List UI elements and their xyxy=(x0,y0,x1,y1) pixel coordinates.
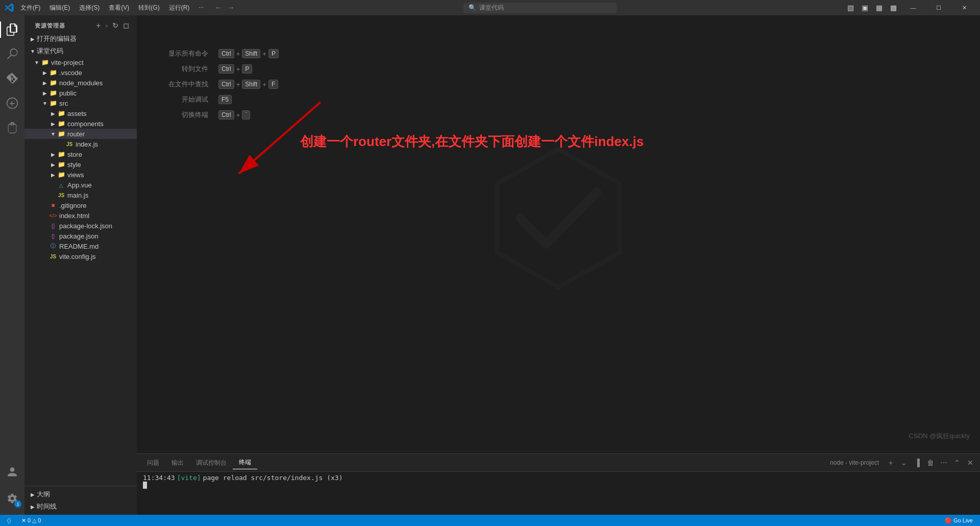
menu-more[interactable]: ··· xyxy=(194,3,208,13)
tree-item-node-modules[interactable]: ▶ 📁 node_modules xyxy=(24,78,137,88)
layout-btn1[interactable]: ▧ xyxy=(844,3,856,13)
menu-select[interactable]: 选择(S) xyxy=(75,3,104,13)
refresh-icon[interactable]: ↻ xyxy=(111,20,120,31)
menu-edit[interactable]: 编辑(E) xyxy=(45,3,74,13)
statusbar-remote[interactable]: 〈〉 xyxy=(4,517,14,524)
tree-item-index-html[interactable]: </> index.html xyxy=(24,210,137,221)
tree-item-assets[interactable]: ▶ 📁 assets xyxy=(24,108,137,118)
nav-forward[interactable]: → xyxy=(225,2,236,13)
tree-item-store[interactable]: ▶ 📁 store xyxy=(24,149,137,159)
terminal-title: node - vite-project xyxy=(826,459,883,466)
terminal-more-btn[interactable]: ⋯ xyxy=(938,457,949,468)
terminal-content[interactable]: 11:34:43 [vite] page reload src/store/in… xyxy=(137,472,980,515)
close-button[interactable]: ✕ xyxy=(952,0,976,15)
tree-item-style[interactable]: ▶ 📁 style xyxy=(24,159,137,170)
activity-bar: 1 xyxy=(0,15,24,515)
sidebar-content: ▶ 打开的编辑器 ▼ 课堂代码 ▼ 📁 vite-project ▶ 📁 .vs… xyxy=(24,33,137,486)
layout-btn3[interactable]: ▦ xyxy=(873,3,885,13)
tree-item-views[interactable]: ▶ 📁 views xyxy=(24,170,137,180)
watermark: CSDN @疯狂quickly xyxy=(909,432,970,441)
key-backtick-4: ` xyxy=(242,110,250,119)
vite-config-label: vite.config.js xyxy=(59,253,96,260)
components-label: components xyxy=(67,120,104,128)
tree-item-vite-project[interactable]: ▼ 📁 vite-project xyxy=(24,57,137,67)
layout-btn4[interactable]: ▩ xyxy=(887,3,899,13)
tree-item-vscode[interactable]: ▶ 📁 .vscode xyxy=(24,67,137,78)
vscode-label: .vscode xyxy=(59,69,82,77)
error-icon: ✕ xyxy=(21,517,26,524)
activity-bottom: 1 xyxy=(0,460,24,515)
shortcut-keys-0: Ctrl + Shift + P xyxy=(218,49,279,58)
warning-icon: △ xyxy=(32,517,36,524)
warning-count: 0 xyxy=(38,517,41,523)
shortcut-keys-4: Ctrl + ` xyxy=(218,110,250,119)
tree-item-main-js[interactable]: JS main.js xyxy=(24,190,137,200)
search-bar[interactable]: 🔍 课堂代码 xyxy=(463,3,617,13)
workspace-header[interactable]: ▼ 课堂代码 xyxy=(24,45,137,57)
vite-project-icon: 📁 xyxy=(41,58,49,66)
terminal-tabs: 问题 输出 调试控制台 终端 node - vite-project + ⌄ ▐… xyxy=(137,454,980,472)
menu-view[interactable]: 查看(V) xyxy=(105,3,133,13)
statusbar-live[interactable]: 🔴 Go Live xyxy=(942,517,976,524)
shortcut-keys-1: Ctrl + P xyxy=(218,64,252,74)
sidebar-header-icons: + ▫ ↻ ◻ xyxy=(95,20,131,31)
shortcut-row-2: 在文件中查找 Ctrl + Shift + F xyxy=(137,77,980,92)
timeline-header[interactable]: ▶ 时间线 xyxy=(24,500,137,513)
tree-item-gitignore[interactable]: ✖ .gitignore xyxy=(24,200,137,210)
statusbar-errors[interactable]: ✕ 0 △ 0 xyxy=(18,517,44,524)
activity-git[interactable] xyxy=(0,66,24,91)
package-json-label: package.json xyxy=(59,232,99,240)
tab-output[interactable]: 输出 xyxy=(165,457,190,469)
terminal-expand-btn[interactable]: ⌃ xyxy=(951,457,963,468)
tree-item-src[interactable]: ▼ 📁 src xyxy=(24,98,137,108)
menu-goto[interactable]: 转到(G) xyxy=(134,3,163,13)
terminal-add-btn[interactable]: + xyxy=(885,457,896,468)
tab-terminal[interactable]: 终端 xyxy=(233,456,257,469)
maximize-button[interactable]: ☐ xyxy=(927,0,950,15)
open-editors-header[interactable]: ▶ 打开的编辑器 xyxy=(24,33,137,45)
tree-item-components[interactable]: ▶ 📁 components xyxy=(24,118,137,129)
terminal-chevron-btn[interactable]: ⌄ xyxy=(898,457,910,468)
menu-run[interactable]: 运行(R) xyxy=(165,3,194,13)
tree-item-readme[interactable]: ⓘ README.md xyxy=(24,241,137,251)
terminal-close-btn[interactable]: ✕ xyxy=(965,457,976,468)
shortcut-row-1: 转到文件 Ctrl + P xyxy=(137,61,980,77)
terminal-actions: node - vite-project + ⌄ ▐ 🗑 ⋯ ⌃ ✕ xyxy=(826,457,976,468)
menu-file[interactable]: 文件(F) xyxy=(16,3,44,13)
minimize-button[interactable]: — xyxy=(901,0,925,15)
error-count: 0 xyxy=(28,517,31,523)
terminal-trash-btn[interactable]: 🗑 xyxy=(925,457,936,468)
tree-item-app-vue[interactable]: △ App.vue xyxy=(24,180,137,190)
new-folder-icon[interactable]: ▫ xyxy=(104,20,109,31)
activity-explorer[interactable] xyxy=(0,17,24,42)
src-chevron: ▼ xyxy=(41,99,49,107)
new-file-icon[interactable]: + xyxy=(95,20,102,31)
tree-item-package-json[interactable]: {} package.json xyxy=(24,231,137,241)
readme-icon: ⓘ xyxy=(49,242,57,250)
outline-header[interactable]: ▶ 大纲 xyxy=(24,488,137,500)
collapse-icon[interactable]: ◻ xyxy=(122,20,131,31)
views-label: views xyxy=(67,171,84,179)
activity-debug[interactable] xyxy=(0,91,24,115)
activity-extensions[interactable] xyxy=(0,115,24,140)
activity-account[interactable] xyxy=(0,460,24,484)
node-modules-label: node_modules xyxy=(59,79,103,87)
tree-item-router[interactable]: ▼ 📁 router xyxy=(24,129,137,139)
shortcut-row-4: 切换终端 Ctrl + ` xyxy=(137,107,980,123)
nav-back[interactable]: ← xyxy=(213,2,224,13)
activity-search[interactable] xyxy=(0,42,24,66)
tree-item-vite-config[interactable]: JS vite.config.js xyxy=(24,251,137,261)
tree-item-router-index[interactable]: JS index.js xyxy=(24,139,137,149)
tree-item-package-lock[interactable]: {} package-lock.json xyxy=(24,221,137,231)
tree-item-public[interactable]: ▶ 📁 public xyxy=(24,88,137,98)
terminal-split-btn[interactable]: ▐ xyxy=(912,457,923,468)
plus-2b: + xyxy=(262,81,266,88)
editor-area: 显示所有命令 Ctrl + Shift + P 转到文件 Ctrl + P xyxy=(137,15,980,453)
tab-debug-console[interactable]: 调试控制台 xyxy=(190,457,233,469)
activity-settings[interactable]: 1 xyxy=(0,486,24,511)
main-layout: 1 资源管理器 + ▫ ↻ ◻ ▶ 打开的编辑器 ▼ 课堂代码 xyxy=(0,15,980,515)
tab-problems[interactable]: 问题 xyxy=(141,457,165,469)
node-modules-icon: 📁 xyxy=(49,79,57,87)
live-label: Go Live xyxy=(953,517,973,523)
layout-btn2[interactable]: ▣ xyxy=(859,3,871,13)
